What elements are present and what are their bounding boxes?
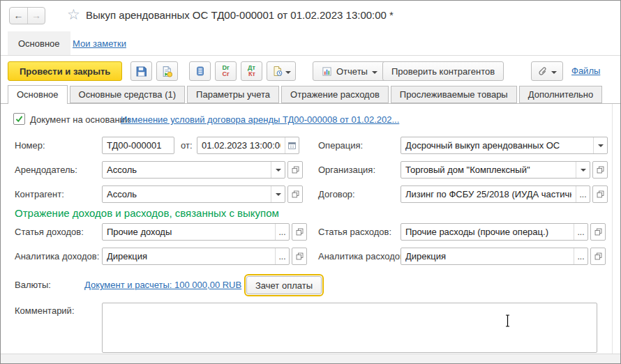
- files-link[interactable]: Файлы: [571, 66, 600, 76]
- based-on-document-link[interactable]: Изменение условий договора аренды ТД00-0…: [121, 114, 399, 125]
- chevron-down-icon[interactable]: [271, 186, 285, 202]
- form-right-divider: [612, 104, 613, 354]
- expense-item-open-button[interactable]: [590, 223, 606, 241]
- operation-input[interactable]: [401, 137, 593, 153]
- check-counterparties-button[interactable]: Проверить контрагентов: [382, 61, 504, 81]
- dtkt-icon: ДтКт: [248, 65, 255, 77]
- expense-analytics-input[interactable]: [401, 248, 574, 264]
- history-nav: ← →: [9, 7, 45, 24]
- window-footer: [1, 354, 620, 363]
- income-item-label: Статья доходов:: [15, 227, 84, 237]
- forward-arrow-icon: →: [31, 10, 41, 21]
- ellipsis-icon[interactable]: ...: [275, 224, 289, 240]
- organization-open-button[interactable]: [592, 161, 608, 179]
- expense-analytics-open-button[interactable]: [590, 248, 606, 265]
- income-item-input[interactable]: [103, 224, 275, 240]
- lessor-combo[interactable]: [102, 161, 285, 179]
- expense-item-field[interactable]: ...: [401, 223, 588, 241]
- income-analytics-label: Аналитика доходов:: [15, 251, 99, 261]
- contract-field[interactable]: ...: [401, 185, 590, 203]
- register-records-button[interactable]: [189, 61, 211, 81]
- tab-expense-reflection[interactable]: Отражение расходов: [281, 86, 389, 103]
- number-label: Номер:: [15, 140, 45, 151]
- ellipsis-icon[interactable]: ...: [275, 248, 289, 264]
- open-icon: [594, 227, 603, 236]
- my-notes-link[interactable]: Мои заметки: [73, 38, 126, 49]
- income-item-open-button[interactable]: [292, 223, 307, 241]
- open-icon: [594, 252, 603, 261]
- contract-label: Договор:: [318, 189, 355, 199]
- drcr-button[interactable]: DrCr: [215, 61, 237, 81]
- calendar-icon: [287, 141, 297, 150]
- back-arrow-icon: ←: [14, 10, 24, 21]
- favorite-star-icon[interactable]: ☆: [67, 6, 80, 23]
- chevron-down-icon: [551, 71, 557, 77]
- counterparty-open-button[interactable]: [287, 185, 303, 203]
- subnav-tab-main[interactable]: Основное: [8, 31, 70, 55]
- based-on-label: Документ на основании: [30, 114, 130, 125]
- counterparty-input[interactable]: [103, 186, 271, 202]
- income-expense-section-header: Отражение доходов и расходов, связанных …: [15, 207, 279, 219]
- chevron-down-icon[interactable]: [593, 137, 607, 153]
- lessor-input[interactable]: [103, 162, 271, 178]
- drcr-icon: DrCr: [222, 65, 229, 77]
- reports-button[interactable]: Отчеты: [313, 61, 387, 81]
- chevron-down-icon: [285, 71, 291, 77]
- ellipsis-icon[interactable]: ...: [574, 248, 588, 264]
- tab-accounting-params[interactable]: Параметры учета: [187, 86, 279, 103]
- document-history-icon: [272, 66, 283, 77]
- income-analytics-field[interactable]: ...: [102, 248, 290, 265]
- chevron-down-icon[interactable]: [576, 162, 590, 178]
- organization-input[interactable]: [401, 162, 576, 178]
- comment-textarea[interactable]: [102, 303, 597, 353]
- open-icon: [295, 252, 304, 261]
- calendar-picker[interactable]: [285, 137, 299, 153]
- back-button[interactable]: ←: [10, 8, 27, 24]
- chevron-down-icon[interactable]: [271, 162, 285, 178]
- tab-additional[interactable]: Дополнительно: [519, 86, 603, 103]
- open-icon: [291, 190, 300, 199]
- date-input[interactable]: [197, 137, 285, 153]
- document-history-button[interactable]: [267, 61, 296, 81]
- income-analytics-open-button[interactable]: [292, 248, 307, 265]
- payment-offset-button[interactable]: Зачет оплаты: [246, 276, 322, 294]
- date-prefix-label: от:: [181, 140, 193, 151]
- tab-traceable-goods[interactable]: Прослеживаемые товары: [391, 86, 517, 103]
- counterparty-combo[interactable]: [102, 185, 285, 203]
- form-area: Документ на основании Изменение условий …: [1, 104, 620, 354]
- based-on-checkbox[interactable]: [13, 113, 25, 125]
- check-icon: [15, 114, 24, 123]
- post-document-icon: [161, 66, 173, 77]
- operation-combo[interactable]: [401, 137, 608, 154]
- contract-open-button[interactable]: [592, 185, 608, 203]
- expense-analytics-field[interactable]: ...: [401, 248, 588, 265]
- document-settlements-link[interactable]: Документ и расчеты: 100 000,00 RUB: [84, 280, 241, 290]
- number-input[interactable]: [102, 137, 174, 154]
- open-icon: [596, 190, 605, 199]
- open-icon: [291, 165, 300, 174]
- save-button[interactable]: [130, 61, 152, 81]
- document-tabstrip: Основное Основные средства (1) Параметры…: [1, 85, 620, 104]
- ellipsis-icon[interactable]: ...: [574, 224, 588, 240]
- counterparty-label: Контрагент:: [15, 189, 64, 199]
- ellipsis-icon[interactable]: ...: [576, 186, 590, 202]
- organization-label: Организация:: [318, 165, 375, 175]
- income-item-field[interactable]: ...: [102, 223, 290, 241]
- date-field[interactable]: [197, 137, 299, 154]
- open-icon: [596, 165, 605, 174]
- tab-fixed-assets[interactable]: Основные средства (1): [70, 86, 186, 103]
- titlebar: ← → ☆ Выкуп арендованных ОС ТД00-000001 …: [1, 1, 620, 31]
- lessor-open-button[interactable]: [287, 161, 303, 179]
- dtkt-button[interactable]: ДтКт: [241, 61, 262, 81]
- reports-label: Отчеты: [336, 66, 368, 77]
- post-and-close-button[interactable]: Провести и закрыть: [8, 61, 122, 81]
- expense-item-label: Статья расходов:: [318, 227, 391, 237]
- organization-combo[interactable]: [401, 161, 590, 179]
- contract-input[interactable]: [401, 186, 576, 202]
- income-analytics-input[interactable]: [103, 248, 275, 264]
- expense-item-input[interactable]: [401, 224, 574, 240]
- attachments-button[interactable]: [531, 61, 563, 81]
- post-document-button[interactable]: [156, 61, 178, 81]
- tab-main[interactable]: Основное: [8, 85, 68, 104]
- forward-button[interactable]: →: [27, 8, 45, 24]
